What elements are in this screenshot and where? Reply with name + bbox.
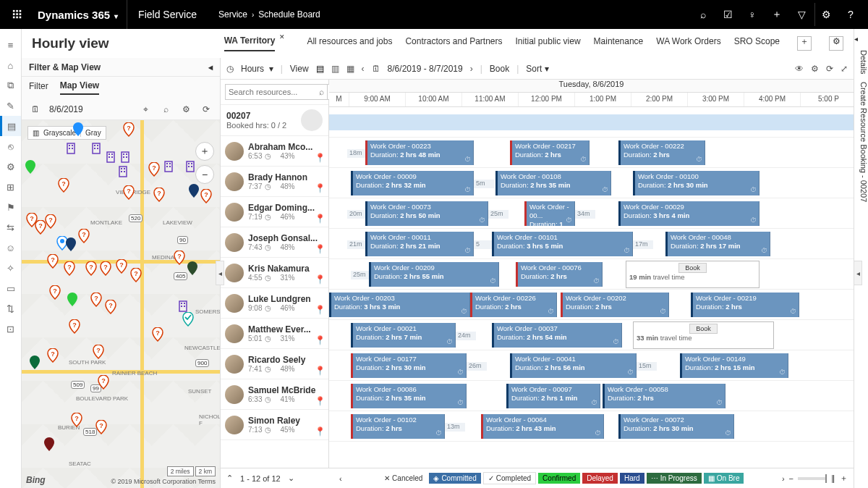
work-order-block[interactable]: Work Order - 00101Duration: 3 hrs 5 min (492, 232, 633, 256)
resource-row[interactable]: Samuel McBride 6:33◷41% 📍 (221, 379, 328, 410)
location-pin-icon[interactable]: 📍 (315, 335, 326, 345)
map-pin[interactable] (187, 261, 198, 276)
tab-settings-button[interactable]: ⚙ (829, 36, 843, 51)
grid-row[interactable]: 18mWork Order - 00223Duration: 2 hrs 48 … (329, 138, 854, 168)
legend-chip[interactable]: ◈Committed (429, 473, 480, 484)
board-tab[interactable]: All resources and jobs (307, 36, 392, 51)
map-pin[interactable] (72, 122, 84, 137)
prev-icon[interactable]: ‹ (362, 64, 365, 74)
search-icon[interactable]: ⌕ (319, 87, 324, 97)
location-pin-icon[interactable]: 📍 (315, 183, 326, 193)
collapse-icon[interactable]: ◂ (208, 62, 213, 72)
map-pin[interactable] (119, 151, 131, 165)
resource-row[interactable]: Abraham Mco... 6:53◷43% 📍 (221, 136, 328, 167)
work-order-block[interactable]: Work Order - 00222Duration: 2 hrs (618, 140, 705, 165)
grid-row[interactable]: Work Order - 00009Duration: 2 hrs 32 min… (329, 168, 854, 198)
map-pin[interactable] (67, 293, 78, 307)
work-order-block[interactable]: Work Order - 00009Duration: 2 hrs 32 min (351, 171, 474, 195)
schedule-board-icon[interactable]: ▤ (0, 116, 21, 136)
brand-label[interactable]: Dynamics 365▾ (29, 9, 127, 21)
rail-item[interactable]: ⧉ (0, 75, 21, 96)
help-icon[interactable]: ? (839, 3, 862, 26)
resource-row[interactable]: Ricardo Seely 7:41◷48% 📍 (221, 349, 328, 379)
map-pin[interactable]: ? (71, 413, 82, 427)
expand-icon[interactable]: ⤢ (841, 64, 848, 74)
map-pin[interactable]: ? (130, 268, 142, 282)
grid-row[interactable]: Work Order - 00177Duration: 2 hrs 30 min… (329, 350, 854, 381)
legend-chip[interactable]: ✕Canceled (380, 473, 427, 484)
rail-item[interactable]: ⇆ (0, 217, 21, 237)
map-pin[interactable]: ? (100, 261, 111, 276)
board-tab[interactable]: Contractors and Partners (405, 36, 502, 51)
map-pin[interactable]: ? (49, 285, 61, 300)
pager-up-icon[interactable]: ⌃ (226, 474, 233, 483)
locate-icon[interactable]: ⌖ (139, 104, 152, 114)
pager-down-icon[interactable]: ⌄ (288, 474, 294, 483)
create-booking-panel-tab[interactable]: Create Resource Booking - 00207 (854, 82, 868, 202)
location-pin-icon[interactable]: 📍 (315, 153, 326, 163)
work-order-block[interactable]: Work Order - 00064Duration: 2 hrs 43 min (481, 414, 604, 439)
work-order-block[interactable]: Work Order - 00037Duration: 2 hrs 54 min (492, 323, 622, 348)
map-attribution[interactable]: © 2019 Microsoft Corporation Terms (111, 478, 216, 485)
work-order-block[interactable]: Work Order - 00073Duration: 2 hrs 50 min (365, 201, 488, 226)
work-order-block[interactable]: Work Order - 00149Duration: 2 hrs 15 min (680, 353, 788, 378)
map-pin[interactable] (163, 160, 174, 174)
board-tab[interactable]: Initial public view (516, 36, 581, 51)
map-pin[interactable] (184, 160, 196, 174)
map-pin[interactable] (65, 142, 77, 156)
calendar-icon[interactable]: 🗓 (372, 64, 380, 74)
filter-icon[interactable]: ▽ (790, 3, 813, 26)
work-order-block[interactable]: Work Order - 00...Duration: 1 hr ... (524, 201, 575, 226)
book-suggestion[interactable]: Book33 min travel time (633, 321, 774, 349)
rail-item[interactable]: ⇅ (0, 298, 21, 319)
work-order-block[interactable]: Work Order - 00202Duration: 2 hrs (561, 293, 669, 317)
person-icon[interactable]: ☺ (0, 237, 21, 258)
zoom-out-icon[interactable]: − (789, 474, 793, 483)
grid-row[interactable]: Work Order - 00086Duration: 2 hrs 35 min… (329, 381, 854, 411)
search-input[interactable] (225, 84, 332, 100)
map-pin[interactable]: ? (93, 345, 104, 359)
next-icon[interactable]: › (470, 64, 473, 74)
zoom-pause-icon[interactable]: ‖ (831, 474, 835, 483)
map-pin[interactable]: ? (90, 293, 102, 307)
map-canvas[interactable]: ▥Grayscale Gray ＋ − Bing 2 miles2 km © 2… (22, 120, 220, 488)
tab-filter[interactable]: Filter (29, 81, 48, 94)
work-order-block[interactable]: Work Order - 00217Duration: 2 hrs (510, 140, 590, 165)
location-pin-icon[interactable]: 📍 (315, 396, 326, 406)
map-pin[interactable]: ? (45, 214, 56, 229)
work-order-block[interactable]: Work Order - 00086Duration: 2 hrs 35 min (351, 384, 467, 408)
tab-add-button[interactable]: ＋ (797, 36, 812, 51)
work-order-block[interactable]: Work Order - 00011Duration: 2 hrs 21 min (365, 232, 474, 256)
book-button[interactable]: Book (490, 64, 509, 74)
map-pin[interactable]: ? (85, 261, 97, 276)
location-pin-icon[interactable]: 📍 (315, 426, 326, 437)
work-order-block[interactable]: Work Order - 00021Duration: 2 hrs 7 min (351, 323, 456, 348)
work-order-block[interactable]: Work Order - 00203Duration: 3 hrs 3 min (329, 293, 470, 317)
work-order-block[interactable]: Work Order - 00041Duration: 2 hrs 56 min (510, 353, 637, 378)
resource-row[interactable]: Simon Raley 7:13◷45% 📍 (221, 410, 328, 440)
work-order-block[interactable]: Work Order - 00177Duration: 2 hrs 30 min (351, 353, 467, 378)
refresh-icon[interactable]: ⟳ (826, 64, 833, 74)
work-order-block[interactable]: Work Order - 00029Duration: 3 hrs 4 min (618, 201, 760, 226)
rail-item[interactable]: ⊞ (0, 177, 21, 197)
board-tab[interactable]: WA Territory (224, 35, 276, 51)
location-pin-icon[interactable]: 📍 (315, 244, 326, 254)
map-pin[interactable] (29, 356, 41, 370)
grid-row[interactable]: 20mWork Order - 00073Duration: 2 hrs 50 … (329, 198, 854, 229)
legend-chip[interactable]: ▦On Bre (704, 473, 744, 484)
map-pin[interactable]: ? (200, 189, 212, 203)
map-pin[interactable]: ? (174, 251, 185, 265)
module-label[interactable]: Field Service (127, 0, 208, 29)
map-pin[interactable]: ? (98, 375, 109, 390)
rail-item[interactable]: ⎋ (0, 136, 21, 156)
map-pin[interactable] (188, 184, 200, 198)
time-scale-dropdown[interactable]: Hours ▾ (241, 64, 273, 74)
tab-map-view[interactable]: Map View (60, 80, 99, 95)
calendar-icon[interactable]: 🗓 (29, 104, 42, 114)
close-tab-icon[interactable]: ✕ (279, 33, 285, 45)
legend-chip[interactable]: Confirmed (538, 473, 580, 484)
map-pin[interactable] (105, 151, 116, 165)
refresh-icon[interactable]: ⟳ (200, 104, 213, 114)
location-pin-icon[interactable]: 📍 (315, 305, 326, 315)
work-order-block[interactable]: Work Order - 00048Duration: 2 hrs 17 min (665, 232, 770, 256)
